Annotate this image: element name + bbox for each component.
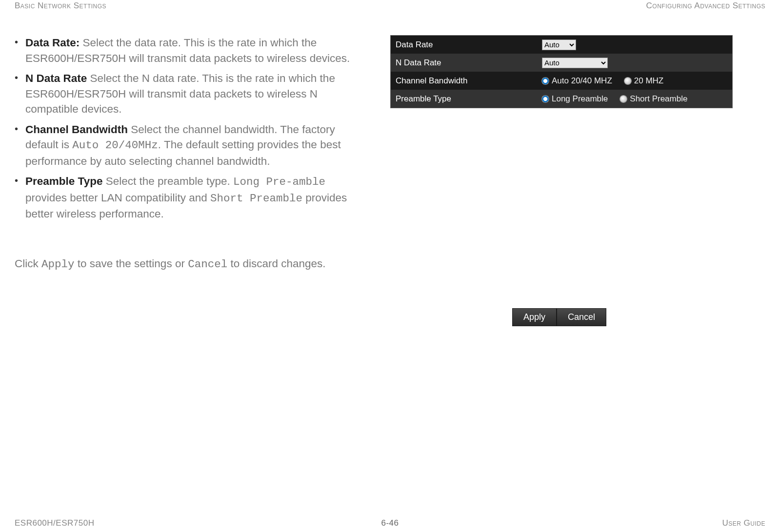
row-channel-bw: Channel Bandwidth Auto 20/40 MHZ 20 MHZ [391,72,732,90]
label-n-data-rate: N Data Rate [391,58,537,68]
bullet-list: Data Rate: Select the data rate. This is… [15,35,366,222]
radio-dot-off-icon [624,78,631,84]
radio-short-preamble[interactable]: Short Preamble [620,94,687,104]
apply-text-b: to save the settings or [75,257,188,270]
bullet-channel-bw: Channel Bandwidth Select the channel ban… [25,122,366,169]
radio-long-preamble[interactable]: Long Preamble [542,94,608,104]
radio-label-auto-2040: Auto 20/40 MHZ [552,76,612,86]
select-data-rate[interactable]: Auto [542,39,576,50]
cancel-button[interactable]: Cancel [557,308,606,326]
label-channel-bw: Channel Bandwidth [391,76,537,86]
header-left: Basic Network Settings [15,1,106,11]
radio-label-short: Short Preamble [630,94,687,104]
row-preamble: Preamble Type Long Preamble Short Preamb… [391,90,732,108]
radio-label-20: 20 MHZ [634,76,663,86]
text-preamble-a: Select the preamble type. [102,175,233,187]
row-n-data-rate: N Data Rate Auto [391,54,732,72]
settings-table: Data Rate Auto N Data Rate Auto Channel … [390,35,733,108]
text-column: Data Rate: Select the data rate. This is… [15,35,366,326]
radio-dot-on-icon [542,78,549,84]
radio-dot-on-icon [542,96,549,102]
value-preamble: Long Preamble Short Preamble [537,94,732,104]
bullet-data-rate: Data Rate: Select the data rate. This is… [25,35,366,66]
screenshot-column: Data Rate Auto N Data Rate Auto Channel … [390,35,741,326]
apply-instruction: Click Apply to save the settings or Canc… [15,256,366,273]
apply-button[interactable]: Apply [512,308,557,326]
footer-right: User Guide [722,518,765,528]
term-channel-bw: Channel Bandwidth [25,123,128,136]
radio-auto-2040[interactable]: Auto 20/40 MHZ [542,76,612,86]
radio-label-long: Long Preamble [552,94,608,104]
label-preamble: Preamble Type [391,94,537,104]
content-area: Data Rate: Select the data rate. This is… [0,11,780,326]
value-n-data-rate: Auto [537,58,732,68]
code-preamble-a: Long Pre-amble [233,176,325,188]
select-n-data-rate[interactable]: Auto [542,58,608,68]
term-preamble: Preamble Type [25,175,102,187]
term-n-data-rate: N Data Rate [25,72,87,84]
page-header: Basic Network Settings Configuring Advan… [0,1,780,11]
button-bar: Apply Cancel [512,308,606,326]
apply-text-a: Click [15,257,41,270]
footer-left: ESR600H/ESR750H [15,518,94,528]
header-right: Configuring Advanced Settings [646,1,765,11]
value-data-rate: Auto [537,39,732,50]
apply-code: Apply [41,258,75,271]
code-preamble-b: Short Preamble [210,192,302,205]
radio-20[interactable]: 20 MHZ [624,76,663,86]
value-channel-bw: Auto 20/40 MHZ 20 MHZ [537,76,732,86]
cancel-code: Cancel [188,258,227,271]
row-data-rate: Data Rate Auto [391,36,732,54]
radio-dot-off-icon [620,96,627,102]
bullet-preamble: Preamble Type Select the preamble type. … [25,174,366,222]
term-data-rate: Data Rate: [25,37,80,49]
label-data-rate: Data Rate [391,40,537,50]
page-footer: ESR600H/ESR750H 6-46 User Guide [0,518,780,528]
text-preamble-b: provides better LAN compatibility and [25,192,210,204]
code-channel-bw: Auto 20/40MHz [72,139,158,152]
bullet-n-data-rate: N Data Rate Select the N data rate. This… [25,71,366,117]
footer-page-number: 6-46 [381,518,399,528]
apply-text-c: to discard changes. [227,257,325,270]
